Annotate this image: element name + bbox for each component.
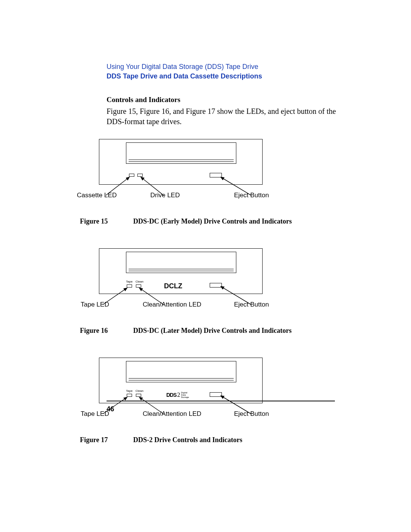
figure-15: Cassette LED Drive LED Eject Button [99,139,263,198]
page-number: 46 [107,405,114,413]
clean-led-icon [136,284,141,288]
figure-label: Figure 17 [80,436,133,444]
callout-drive-led: Drive LED [150,192,180,199]
dclz-text: DCLZ [164,282,182,290]
cassette-led-icon [129,174,134,177]
tape-label: Tape [126,389,132,393]
clean-led-icon [136,394,141,397]
drive-front-panel: Tape Clean DDS 2 DigitalDataStorage [99,358,263,403]
cassette-slot [126,252,236,273]
figure-caption-text: DDS-DC (Later Model) Drive Controls and … [133,327,292,335]
figure-label: Figure 15 [80,217,133,225]
callout-tape-led: Tape LED [81,410,109,418]
callout-eject-button: Eject Button [234,192,269,199]
callout-eject-button: Eject Button [234,301,269,308]
tape-led-icon [127,284,132,288]
callout-clean-led: Clean/Attention LED [143,410,201,418]
figure-15-caption: Figure 15 DDS-DC (Early Model) Drive Con… [80,217,342,225]
running-header-section: DDS Tape Drive and Data Cassette Descrip… [107,72,342,80]
drive-front-panel: Tape Clean DCLZ [99,248,263,294]
footer-rule [107,401,335,401]
dds-logo-number: 2 [177,391,181,398]
document-page: Using Your Digital Data Storage (DDS) Ta… [0,0,411,490]
callout-tape-led: Tape LED [81,301,109,308]
callout-clean-led: Clean/Attention LED [143,301,201,308]
running-header-chapter: Using Your Digital Data Storage (DDS) Ta… [107,63,342,71]
eject-button-icon [210,283,222,288]
tape-led-icon [127,394,132,397]
callout-cassette-led: Cassette LED [77,192,117,199]
drive-led-icon [137,174,143,177]
dds-logo-brand: DDS [166,392,177,398]
clean-label: Clean [135,280,143,283]
tape-label: Tape [126,280,132,283]
subheading: Controls and Indicators [107,96,342,104]
dds2-logo-icon: DDS 2 DigitalDataStorage [166,391,189,398]
figure-caption-text: DDS-2 Drive Controls and Indicators [133,436,242,444]
body-paragraph: Figure 15, Figure 16, and Figure 17 show… [107,106,342,127]
callout-eject-button: Eject Button [234,410,269,418]
figure-16: Tape Clean DCLZ Tape LED Clean/Attention… [99,248,263,308]
cassette-slot [126,142,236,164]
dds-logo-words: DigitalDataStorage [181,391,189,398]
clean-label: Clean [135,389,143,393]
figure-caption-text: DDS-DC (Early Model) Drive Controls and … [133,217,292,225]
cassette-slot [126,361,236,382]
drive-front-panel [99,139,263,185]
eject-button-icon [210,392,222,397]
figure-17-caption: Figure 17 DDS-2 Drive Controls and Indic… [80,436,342,444]
figure-label: Figure 16 [80,327,133,335]
figure-17: Tape Clean DDS 2 DigitalDataStorage Tape… [99,358,263,417]
figure-16-caption: Figure 16 DDS-DC (Later Model) Drive Con… [80,327,342,335]
eject-button-icon [210,173,222,177]
